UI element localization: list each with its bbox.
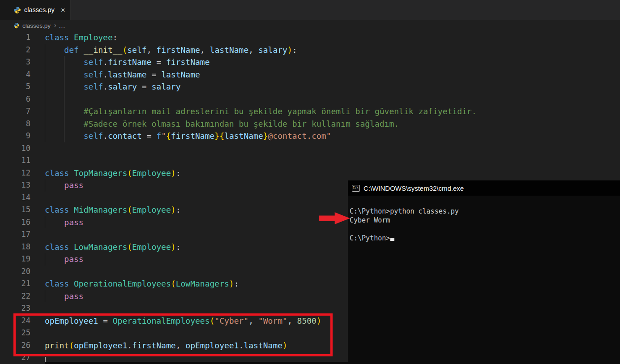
line-number: 11 bbox=[0, 154, 30, 167]
code-line[interactable]: 4 self.lastName = lastName bbox=[0, 69, 620, 81]
cmd-titlebar[interactable]: C:\ C:\WINDOWS\system32\cmd.exe bbox=[348, 180, 620, 196]
breadcrumb: classes.py › ... bbox=[0, 20, 348, 31]
terminal-cursor bbox=[390, 238, 394, 241]
python-icon bbox=[13, 22, 20, 29]
code-text: class LowManagers(Employee): bbox=[45, 241, 180, 253]
vscode-window: classes.py × classes.py › ... 1class Emp… bbox=[0, 0, 620, 364]
code-text: #Çalışanların mail adreslerini bu şekild… bbox=[45, 105, 477, 118]
chevron-right-icon: › bbox=[54, 21, 56, 29]
line-number: 7 bbox=[0, 105, 30, 118]
code-line[interactable]: 7 #Çalışanların mail adreslerini bu şeki… bbox=[0, 105, 620, 118]
code-text: class Employee: bbox=[45, 31, 118, 44]
terminal-line bbox=[350, 225, 618, 234]
code-line[interactable]: 10 bbox=[0, 142, 620, 155]
terminal-line: C:\Python> bbox=[350, 234, 618, 243]
code-text: #Sadece örnek olması bakımından bu şekil… bbox=[45, 118, 399, 130]
line-number: 8 bbox=[0, 118, 30, 130]
line-number: 2 bbox=[0, 44, 30, 56]
close-icon[interactable]: × bbox=[61, 6, 65, 14]
code-text: self.salary = salary bbox=[45, 81, 180, 93]
code-text: pass bbox=[45, 253, 84, 266]
python-icon bbox=[13, 6, 21, 14]
cmd-window: C:\ C:\WINDOWS\system32\cmd.exe C:\Pytho… bbox=[348, 180, 620, 364]
cmd-output[interactable]: C:\Python>python classes.pyCyber WormC:\… bbox=[350, 196, 618, 364]
code-text: pass bbox=[45, 216, 84, 229]
line-number: 3 bbox=[0, 56, 30, 69]
code-line[interactable]: 12class TopManagers(Employee): bbox=[0, 167, 620, 180]
line-number: 4 bbox=[0, 69, 30, 81]
terminal-line: Cyber Worm bbox=[350, 216, 618, 225]
code-text: self.lastName = lastName bbox=[45, 69, 200, 81]
code-text: class TopManagers(Employee): bbox=[45, 167, 180, 180]
line-number: 16 bbox=[0, 216, 30, 229]
line-number: 5 bbox=[0, 81, 30, 93]
code-text: pass bbox=[45, 179, 84, 192]
code-line[interactable]: 8 #Sadece örnek olması bakımından bu şek… bbox=[0, 118, 620, 130]
line-number: 22 bbox=[0, 290, 30, 303]
code-line[interactable]: 9 self.contact = f"{firstName}{lastName}… bbox=[0, 130, 620, 142]
indent-guide-icon bbox=[45, 93, 45, 106]
code-line[interactable]: 11 bbox=[0, 154, 620, 167]
code-line[interactable]: 3 self.firstName = firstName bbox=[0, 56, 620, 69]
cmd-icon: C:\ bbox=[352, 185, 360, 192]
editor-bottom-strip bbox=[45, 362, 348, 364]
line-number: 1 bbox=[0, 31, 30, 44]
code-line[interactable]: 6 bbox=[0, 93, 620, 106]
line-number: 9 bbox=[0, 130, 30, 142]
code-text: class MidManagers(Employee): bbox=[45, 204, 180, 216]
line-number: 15 bbox=[0, 204, 30, 216]
code-line[interactable]: 1class Employee: bbox=[0, 31, 620, 44]
highlight-rectangle bbox=[13, 313, 333, 356]
code-line[interactable]: 2 def __init__(self, firstName, lastName… bbox=[0, 44, 620, 56]
code-line[interactable]: 5 self.salary = salary bbox=[0, 81, 620, 93]
line-number: 14 bbox=[0, 192, 30, 204]
line-number: 13 bbox=[0, 179, 30, 192]
tab-bar: classes.py × bbox=[0, 0, 620, 20]
line-number: 12 bbox=[0, 167, 30, 180]
line-number: 17 bbox=[0, 228, 30, 241]
code-text: self.contact = f"{firstName}{lastName}@c… bbox=[45, 130, 331, 142]
tab-classes-py[interactable]: classes.py × bbox=[0, 0, 71, 20]
line-number: 20 bbox=[0, 266, 30, 278]
tab-label: classes.py bbox=[24, 6, 55, 13]
line-number: 6 bbox=[0, 93, 30, 106]
code-text: pass bbox=[45, 290, 84, 303]
line-number: 21 bbox=[0, 278, 30, 290]
line-number: 23 bbox=[0, 302, 30, 315]
line-number: 18 bbox=[0, 241, 30, 253]
line-number: 10 bbox=[0, 142, 30, 155]
indent-guide-icon bbox=[64, 93, 64, 106]
terminal-line: C:\Python>python classes.py bbox=[350, 207, 618, 216]
code-text: def __init__(self, firstName, lastName, … bbox=[45, 44, 297, 56]
breadcrumb-file[interactable]: classes.py bbox=[22, 22, 51, 29]
cmd-title-text: C:\WINDOWS\system32\cmd.exe bbox=[363, 184, 464, 192]
breadcrumb-more[interactable]: ... bbox=[59, 22, 65, 29]
code-text: self.firstName = firstName bbox=[45, 56, 210, 69]
code-text: class OperationalEmployees(LowManagers): bbox=[45, 278, 239, 290]
line-number: 19 bbox=[0, 253, 30, 266]
